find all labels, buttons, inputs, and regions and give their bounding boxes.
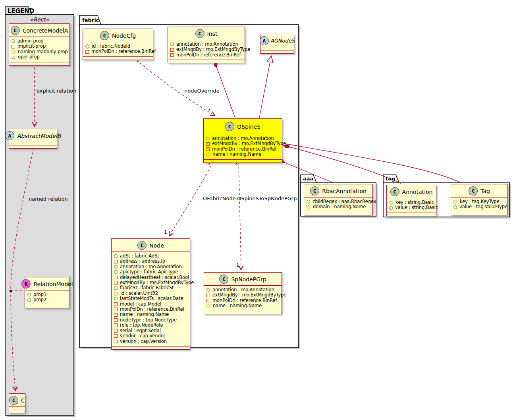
- class-header: C Annotation: [387, 185, 436, 198]
- class-properties: annotation : mo.Annotation extMngdBy : m…: [168, 40, 245, 60]
- class-name: Inst: [207, 31, 218, 37]
- property-row: key : tag.KeyType: [453, 199, 505, 204]
- property-row: monPolDn : reference.BinRef: [85, 49, 150, 54]
- property-row: extMngdBy : mo.ExtMngdByType: [170, 47, 242, 52]
- class-spot-icon: C: [100, 31, 109, 40]
- circle-prop-icon: [27, 298, 31, 302]
- class-relationmodel: R RelationModel prop1 prop2: [25, 277, 70, 308]
- class-spot-icon: C: [219, 275, 228, 284]
- methods-compartment: [9, 410, 25, 413]
- methods-compartment: [83, 56, 153, 60]
- square-prop-icon: [206, 142, 210, 146]
- diamond-prop-icon: [11, 50, 15, 54]
- property-row: value : string.Basic: [389, 205, 433, 210]
- diamond-prop-icon: [389, 200, 393, 205]
- methods-compartment: [168, 60, 245, 63]
- class-name: Node: [149, 242, 164, 249]
- square-prop-icon: [114, 281, 118, 285]
- relation-spot-icon: R: [21, 279, 31, 288]
- property-row: name : naming.Name: [114, 312, 187, 317]
- legend-package-label: LEGEND: [8, 8, 34, 15]
- class-header: C OSpineS: [204, 119, 282, 134]
- class-properties: prop1 prop2: [25, 290, 69, 305]
- class-name: Annotation: [402, 189, 433, 195]
- square-prop-icon: [85, 50, 89, 54]
- class-header: A AbstractModelB: [9, 129, 57, 142]
- class-properties: annotation : mo.Annotation extMngdBy : m…: [204, 285, 282, 311]
- ospinestospnodepgrp-label: OSpineSToSpNodePGrp: [237, 195, 297, 201]
- methods-compartment: [304, 212, 372, 215]
- property-row: prop1: [27, 292, 67, 297]
- spnodepgrp-target-cardinality: 1: [236, 262, 239, 268]
- square-prop-icon: [206, 294, 210, 297]
- circle-prop-icon: [170, 43, 174, 46]
- nodeoverride-source-cardinality: *: [137, 59, 139, 65]
- class-spot-icon: C: [469, 186, 478, 195]
- circle-prop-icon: [206, 137, 210, 140]
- circle-prop-icon: [27, 293, 31, 296]
- property-row: model : cap.Model: [114, 302, 187, 307]
- property-row: admin-prop: [12, 39, 67, 44]
- class-spot-icon: C: [310, 186, 319, 195]
- fields-compartment: [9, 406, 25, 410]
- class-annotation: C Annotation key : string.Basic value : …: [386, 185, 436, 216]
- class-spot-icon: C: [225, 122, 234, 131]
- circle-prop-icon: [114, 270, 118, 274]
- circle-prop-icon: [453, 205, 457, 209]
- square-prop-icon: [114, 260, 118, 263]
- property-row: role : top.NodeRole: [114, 323, 187, 328]
- square-prop-icon: [114, 318, 118, 322]
- square-prop-icon: [114, 276, 118, 279]
- class-aonodes: A AONodeS: [260, 34, 294, 54]
- class-header: R RelationModel: [25, 277, 69, 290]
- class-properties: adSt : fabric.AdSt address : address.Ip …: [112, 252, 190, 346]
- class-name: RelationModel: [33, 281, 73, 287]
- class-abstractmodelb: A AbstractModelB: [9, 129, 57, 149]
- methods-compartment: [204, 311, 282, 314]
- property-row: apicType : fabric.ApicType: [114, 269, 187, 275]
- named-relation-label: named relation: [29, 196, 68, 202]
- class-header: C C: [9, 394, 25, 406]
- property-row: vendor : cap.Vendor: [114, 333, 187, 339]
- property-row: extMngdBy : mo.ExtMngdByType: [114, 280, 187, 285]
- abstract-spot-icon: A: [5, 131, 14, 140]
- class-properties: childRegex : aaa.RbacRegex domain : nami…: [304, 197, 372, 212]
- fabric-package-label: fabric: [82, 17, 99, 23]
- circle-prop-icon: [12, 39, 15, 43]
- class-nodecfg: C NodeCfg id : fabric.NodeId monPolDn : …: [83, 29, 153, 60]
- circle-prop-icon: [206, 288, 210, 292]
- class-header: C Inst: [168, 27, 245, 40]
- property-row: version : cap.Version: [114, 339, 187, 344]
- class-tag: C Tag key : tag.KeyType value : tag.Valu…: [451, 184, 508, 215]
- property-row: id : fabric.NodeId: [85, 44, 150, 49]
- diamond-prop-icon: [206, 304, 210, 308]
- property-row: childRegex : aaa.RbacRegex: [307, 199, 370, 204]
- class-name: AbstractModelB: [17, 133, 61, 139]
- square-prop-icon: [114, 308, 118, 311]
- class-node: C Node adSt : fabric.AdSt address : addr…: [111, 238, 190, 350]
- class-header: A AONodeS: [260, 34, 294, 47]
- property-row: id : scalar.Uint32: [114, 291, 187, 296]
- methods-compartment: [9, 62, 69, 65]
- property-row: annotation : mo.Annotation: [206, 136, 279, 141]
- diagram-canvas: [0, 0, 517, 420]
- property-row: annotation : mo.Annotation: [206, 287, 279, 292]
- property-row: nodeType : top.NodeType: [114, 317, 187, 323]
- class-properties: key : string.Basic value : string.Basic: [387, 198, 436, 213]
- circle-prop-icon: [114, 297, 118, 300]
- class-spot-icon: C: [390, 187, 399, 196]
- class-spot-icon: C: [195, 29, 204, 38]
- class-header: C ConcreteModelA: [9, 24, 69, 37]
- ofabricnode-label: OFabricNode: [203, 195, 236, 201]
- class-name: NodeCfg: [112, 33, 136, 39]
- class-spot-icon: C: [9, 396, 18, 405]
- property-row: annotation : mo.Annotation: [114, 264, 187, 269]
- property-row: value : tag.ValueType: [453, 204, 505, 209]
- property-row: monPolDn : reference.BinRef: [206, 147, 279, 152]
- relation-anchor-dot: [10, 290, 12, 292]
- class-header: C NodeCfg: [83, 29, 153, 42]
- class-header: C RbacAnnotation: [304, 184, 372, 197]
- circle-prop-icon: [307, 200, 310, 203]
- class-spnodepgrp: C SpNodePGrp annotation : mo.Annotation …: [204, 272, 282, 314]
- class-name: C: [21, 397, 25, 404]
